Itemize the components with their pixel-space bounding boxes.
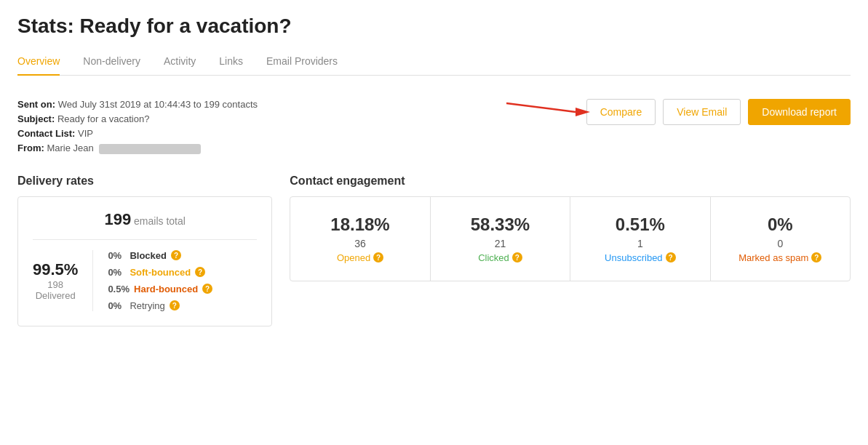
meta-info: Sent on: Wed July 31st 2019 at 10:44:43 … xyxy=(17,99,258,154)
page-container: Stats: Ready for a vacation? Overview No… xyxy=(0,0,868,341)
hard-pct: 0.5% xyxy=(108,284,130,294)
subject-value: Ready for a vacation? xyxy=(57,113,149,124)
blocked-help-icon[interactable]: ? xyxy=(171,250,181,260)
svg-line-0 xyxy=(506,103,576,112)
delivery-card: 199 emails total 99.5% 198 Delivered 0% xyxy=(17,196,272,326)
subject-label: Subject: xyxy=(17,113,55,124)
spam-help-icon[interactable]: ? xyxy=(811,252,821,262)
soft-help-icon[interactable]: ? xyxy=(195,267,205,277)
engagement-section: Contact engagement 18.18% 36 Opened ? 58… xyxy=(290,175,851,326)
retrying-pct: 0% xyxy=(108,300,125,311)
tab-email-providers[interactable]: Email Providers xyxy=(266,49,338,76)
contact-list-value: VIP xyxy=(78,128,93,139)
page-title: Stats: Ready for a vacation? xyxy=(17,15,851,38)
clicked-label: Clicked ? xyxy=(442,252,558,263)
bounce-item-hard: 0.5% Hard-bounced ? xyxy=(108,284,212,294)
delivered-pct: 99.5% xyxy=(33,260,78,279)
tab-links[interactable]: Links xyxy=(219,49,243,76)
unsub-count: 1 xyxy=(582,238,698,249)
bounce-item-retrying: 0% Retrying ? xyxy=(108,300,212,311)
meta-buttons-row: Sent on: Wed July 31st 2019 at 10:44:43 … xyxy=(17,99,851,154)
opened-pct: 18.18% xyxy=(302,215,418,235)
subject-line: Subject: Ready for a vacation? xyxy=(17,113,258,124)
delivery-section-title: Delivery rates xyxy=(17,175,272,188)
blocked-label: Blocked xyxy=(130,250,167,261)
hard-label: Hard-bounced xyxy=(134,284,198,294)
delivered-count: 198 xyxy=(47,279,63,290)
hard-help-icon[interactable]: ? xyxy=(202,284,212,294)
arrow-annotation xyxy=(506,97,594,127)
eng-card-spam: 0% 0 Marked as spam ? xyxy=(711,197,850,281)
from-label: From: xyxy=(17,143,44,153)
contact-list-line: Contact List: VIP xyxy=(17,128,258,139)
emails-total-num: 199 xyxy=(104,210,131,228)
delivered-label: Delivered xyxy=(36,290,76,301)
sections-row: Delivery rates 199 emails total 99.5% 19… xyxy=(17,175,851,326)
unsub-label: Unsubscribed ? xyxy=(582,252,698,263)
opened-label: Opened ? xyxy=(302,252,418,263)
opened-help-icon[interactable]: ? xyxy=(373,252,383,262)
engagement-cards: 18.18% 36 Opened ? 58.33% 21 Clicked ? xyxy=(290,196,851,281)
sent-on-line: Sent on: Wed July 31st 2019 at 10:44:43 … xyxy=(17,99,258,110)
tab-overview[interactable]: Overview xyxy=(17,49,60,76)
tab-activity[interactable]: Activity xyxy=(164,49,196,76)
delivered-block: 99.5% 198 Delivered xyxy=(33,250,93,311)
engagement-section-title: Contact engagement xyxy=(290,175,851,188)
from-email-blurred xyxy=(99,144,201,154)
tab-non-delivery[interactable]: Non-delivery xyxy=(83,49,140,76)
delivery-stats: 99.5% 198 Delivered 0% Blocked ? 0% xyxy=(33,250,257,311)
soft-pct: 0% xyxy=(108,267,125,278)
spam-count: 0 xyxy=(722,238,838,249)
delivery-section: Delivery rates 199 emails total 99.5% 19… xyxy=(17,175,272,326)
buttons-area: Compare View Email Download report xyxy=(586,99,851,125)
contact-list-label: Contact List: xyxy=(17,128,75,139)
eng-card-clicked: 58.33% 21 Clicked ? xyxy=(431,197,570,281)
sent-on-label: Sent on: xyxy=(17,99,55,110)
view-email-button[interactable]: View Email xyxy=(663,99,741,125)
bounce-item-soft: 0% Soft-bounced ? xyxy=(108,267,212,278)
eng-card-unsub: 0.51% 1 Unsubscribed ? xyxy=(570,197,710,281)
bounce-list: 0% Blocked ? 0% Soft-bounced ? 0.5% xyxy=(108,250,212,311)
soft-label: Soft-bounced xyxy=(130,267,191,278)
unsub-pct: 0.51% xyxy=(582,215,698,235)
emails-total-label: emails total xyxy=(134,215,186,227)
spam-pct: 0% xyxy=(722,215,838,235)
compare-button[interactable]: Compare xyxy=(586,99,656,125)
from-line: From: Marie Jean xyxy=(17,143,258,154)
content-area: Sent on: Wed July 31st 2019 at 10:44:43 … xyxy=(17,76,851,326)
opened-count: 36 xyxy=(302,238,418,249)
clicked-count: 21 xyxy=(442,238,558,249)
clicked-help-icon[interactable]: ? xyxy=(512,252,522,262)
eng-card-opened: 18.18% 36 Opened ? xyxy=(290,197,430,281)
download-report-button[interactable]: Download report xyxy=(748,99,851,125)
clicked-pct: 58.33% xyxy=(442,215,558,235)
bounce-item-blocked: 0% Blocked ? xyxy=(108,250,212,261)
sent-on-value: Wed July 31st 2019 at 10:44:43 to 199 co… xyxy=(58,99,258,110)
from-name: Marie Jean xyxy=(47,143,93,153)
tabs-nav: Overview Non-delivery Activity Links Ema… xyxy=(17,49,851,76)
unsub-help-icon[interactable]: ? xyxy=(666,252,676,262)
spam-label: Marked as spam ? xyxy=(722,252,838,263)
retrying-label: Retrying xyxy=(130,300,164,311)
blocked-pct: 0% xyxy=(108,250,125,261)
emails-total-row: 199 emails total xyxy=(33,210,257,240)
retrying-help-icon[interactable]: ? xyxy=(170,300,180,310)
